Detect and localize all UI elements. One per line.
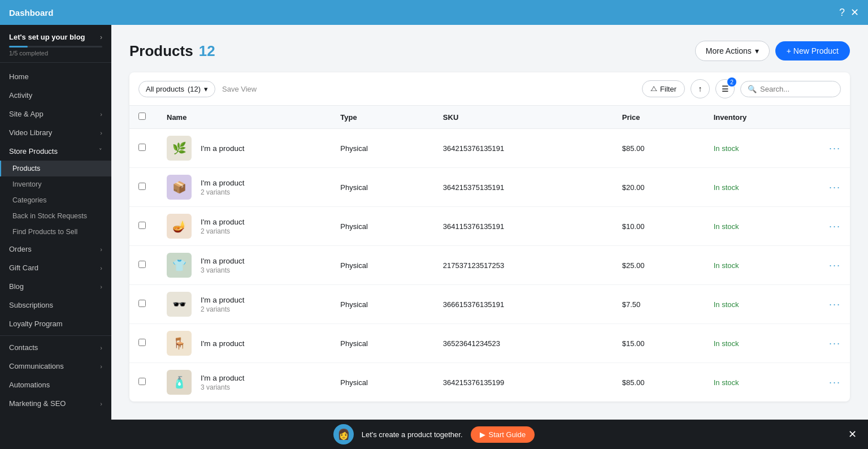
- table-row: 📦 I'm a product 2 variants Physical 3642…: [129, 168, 850, 207]
- product-thumbnail: 🌿: [167, 136, 192, 161]
- sidebar-item-blog-label: Blog: [9, 282, 24, 291]
- row-checkbox-cell: [129, 168, 158, 207]
- sidebar-setup[interactable]: Let's set up your blog › 1/5 completed: [0, 25, 111, 63]
- new-product-label: + New Product: [787, 46, 839, 55]
- sidebar-sub-item-inventory[interactable]: Inventory: [0, 176, 111, 192]
- product-name: I'm a product: [201, 339, 245, 348]
- row-sku-cell: 364215376135199: [434, 363, 613, 402]
- bottom-close-button[interactable]: ✕: [848, 428, 857, 441]
- row-actions-button[interactable]: ···: [829, 338, 841, 349]
- sidebar-item-contacts[interactable]: Contacts ›: [0, 338, 111, 357]
- row-actions-button[interactable]: ···: [829, 143, 841, 154]
- filter-button[interactable]: ⧍ Filter: [642, 80, 685, 97]
- sidebar-item-blog[interactable]: Blog ›: [0, 277, 111, 296]
- row-price-cell: $25.00: [613, 246, 705, 285]
- sidebar-item-store-products[interactable]: Store Products ˅: [0, 142, 111, 161]
- search-box: 🔍: [740, 81, 841, 97]
- product-thumbnail: 🧴: [167, 370, 192, 395]
- products-table: Name Type SKU Price Inventory 🌿: [129, 106, 850, 401]
- row-actions-button[interactable]: ···: [829, 221, 841, 232]
- new-product-button[interactable]: + New Product: [775, 41, 850, 61]
- row-inventory-cell: In stock: [705, 363, 820, 402]
- sidebar-item-loyalty-program-label: Loyalty Program: [9, 320, 63, 328]
- sidebar-item-automations[interactable]: Automations: [0, 375, 111, 394]
- start-guide-button[interactable]: ▶ Start Guide: [471, 426, 535, 443]
- sidebar-sub-item-back-in-stock[interactable]: Back in Stock Requests: [0, 208, 111, 224]
- row-type-cell: Physical: [331, 324, 433, 363]
- progress-label: 1/5 completed: [9, 50, 102, 57]
- row-thumb-cell: 🌿: [158, 129, 192, 168]
- row-actions-button[interactable]: ···: [829, 182, 841, 193]
- content-area: Products 12 More Actions ▾ + New Product…: [111, 25, 868, 420]
- sub-item-find-products-label: Find Products to Sell: [12, 228, 77, 236]
- row-thumb-cell: 👕: [158, 246, 192, 285]
- row-name-cell: I'm a product 2 variants: [192, 168, 331, 207]
- row-checkbox[interactable]: [138, 183, 146, 190]
- chevron-right-icon: ›: [100, 246, 102, 253]
- setup-row[interactable]: Let's set up your blog ›: [9, 33, 102, 41]
- more-actions-button[interactable]: More Actions ▾: [695, 41, 770, 61]
- product-cell: I'm a product: [201, 339, 322, 348]
- row-checkbox[interactable]: [138, 261, 146, 268]
- row-actions-button[interactable]: ···: [829, 260, 841, 271]
- row-inventory-cell: In stock: [705, 168, 820, 207]
- row-checkbox[interactable]: [138, 144, 146, 151]
- select-all-checkbox[interactable]: [138, 113, 146, 120]
- product-cell: I'm a product: [201, 144, 322, 153]
- sidebar-sub-item-find-products[interactable]: Find Products to Sell: [0, 224, 111, 240]
- row-inventory-cell: In stock: [705, 207, 820, 246]
- sub-item-products-label: Products: [12, 165, 40, 172]
- progress-bar: [9, 46, 102, 48]
- help-button[interactable]: ?: [839, 7, 845, 18]
- sidebar-item-communications[interactable]: Communications ›: [0, 357, 111, 375]
- close-button[interactable]: ✕: [850, 7, 859, 18]
- sidebar-item-video-library-label: Video Library: [9, 128, 52, 137]
- sidebar-item-video-library[interactable]: Video Library ›: [0, 123, 111, 142]
- product-variants: 3 variants: [201, 266, 245, 274]
- sidebar-sub-item-products[interactable]: Products: [0, 161, 111, 176]
- product-name: I'm a product: [201, 218, 245, 226]
- page-title-text: Products: [129, 42, 193, 60]
- sidebar-item-home-label: Home: [9, 72, 29, 81]
- chevron-right-icon: ›: [100, 129, 102, 136]
- row-name-cell: I'm a product 2 variants: [192, 207, 331, 246]
- row-menu-cell: ···: [820, 168, 850, 207]
- sidebar-item-activity-label: Activity: [9, 91, 32, 100]
- sidebar-item-orders[interactable]: Orders ›: [0, 240, 111, 258]
- row-checkbox[interactable]: [138, 300, 146, 307]
- all-products-filter[interactable]: All products (12) ▾: [138, 81, 215, 97]
- save-view-button[interactable]: Save View: [222, 85, 257, 93]
- row-price-cell: $7.50: [613, 285, 705, 324]
- sidebar-item-site-app[interactable]: Site & App ›: [0, 105, 111, 123]
- sub-item-back-in-stock-label: Back in Stock Requests: [12, 212, 87, 220]
- sidebar-sub-item-categories[interactable]: Categories: [0, 192, 111, 208]
- sidebar-item-home[interactable]: Home: [0, 67, 111, 86]
- sidebar-item-activity[interactable]: Activity: [0, 86, 111, 105]
- inventory-status: In stock: [714, 144, 739, 153]
- row-checkbox[interactable]: [138, 222, 146, 229]
- row-checkbox-cell: [129, 246, 158, 285]
- sidebar-item-orders-label: Orders: [9, 245, 32, 253]
- row-checkbox[interactable]: [138, 339, 146, 346]
- search-input[interactable]: [760, 85, 834, 93]
- sidebar-item-loyalty-program[interactable]: Loyalty Program: [0, 314, 111, 333]
- row-checkbox[interactable]: [138, 378, 146, 385]
- row-actions-button[interactable]: ···: [829, 299, 841, 310]
- sidebar: Let's set up your blog › 1/5 completed H…: [0, 25, 111, 420]
- sidebar-item-subscriptions-label: Subscriptions: [9, 301, 53, 309]
- columns-button[interactable]: ☰ 2: [715, 79, 735, 98]
- row-name-cell: I'm a product: [192, 129, 331, 168]
- sidebar-item-subscriptions[interactable]: Subscriptions: [0, 296, 111, 314]
- row-sku-cell: 36523641234523: [434, 324, 613, 363]
- export-button[interactable]: ↑: [691, 79, 710, 98]
- row-checkbox-cell: [129, 207, 158, 246]
- sidebar-item-marketing-seo[interactable]: Marketing & SEO ›: [0, 394, 111, 413]
- sidebar-item-gift-card[interactable]: Gift Card ›: [0, 258, 111, 277]
- sidebar-item-communications-label: Communications: [9, 362, 64, 370]
- more-actions-label: More Actions: [706, 46, 752, 55]
- main-layout: Let's set up your blog › 1/5 completed H…: [0, 25, 868, 420]
- avatar: 👩: [333, 424, 354, 444]
- table-row: 🕶️ I'm a product 2 variants Physical 366…: [129, 285, 850, 324]
- product-cell: I'm a product 2 variants: [201, 179, 322, 196]
- row-actions-button[interactable]: ···: [829, 377, 841, 388]
